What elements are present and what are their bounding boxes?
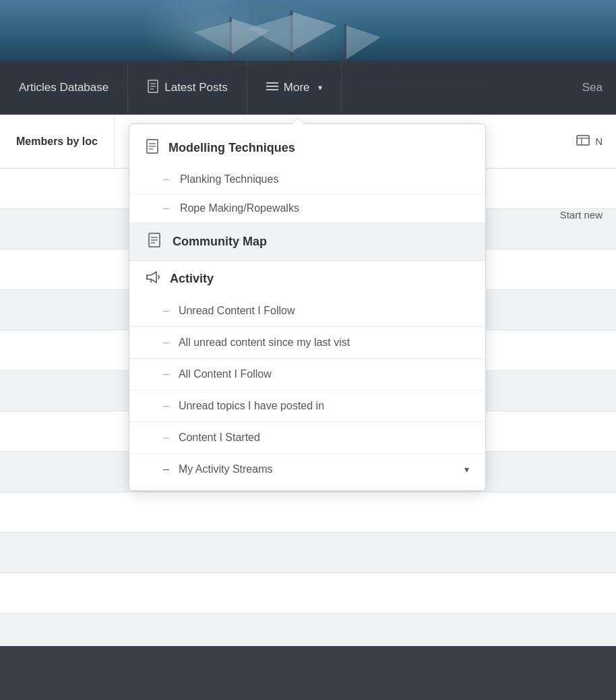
more-dropdown-menu: Modelling Techniques – Planking Techniqu… (129, 123, 486, 491)
subnav-right-section: N (563, 135, 616, 148)
my-activity-chevron-down-icon: ▾ (464, 464, 469, 475)
news-icon (576, 135, 590, 148)
unread-dash: – (163, 305, 169, 317)
nav-articles-database[interactable]: Articles Database (0, 61, 128, 115)
svg-rect-11 (577, 136, 589, 145)
planking-dash: – (163, 173, 169, 185)
all-unread-dash: – (163, 337, 169, 349)
unread-topics-dash: – (163, 400, 169, 412)
unread-topics-label: Unread topics I have posted in (179, 400, 324, 412)
rope-making-dash: – (163, 202, 169, 214)
planking-techniques-item[interactable]: – Planking Techniques (129, 165, 485, 194)
content-started-dash: – (163, 432, 169, 444)
unread-topics-posted-item[interactable]: – Unread topics I have posted in (129, 390, 485, 422)
all-content-follow-label: All Content I Follow (179, 368, 272, 380)
latest-posts-icon (147, 80, 159, 96)
nav-more[interactable]: More ▾ (247, 61, 342, 115)
modelling-techniques-doc-icon (146, 139, 159, 157)
my-activity-dash: – (163, 463, 169, 475)
modelling-techniques-header[interactable]: Modelling Techniques (129, 129, 485, 165)
latest-posts-label: Latest Posts (164, 81, 228, 94)
community-map-doc-icon (146, 233, 163, 251)
menu-icon (266, 82, 278, 94)
all-unread-label: All unread content since my last vist (179, 337, 350, 349)
members-by-loc-label: Members by loc (16, 136, 98, 148)
rope-making-item[interactable]: – Rope Making/Ropewalks (129, 194, 485, 223)
modelling-techniques-label: Modelling Techniques (168, 141, 295, 155)
unread-content-follow-label: Unread Content I Follow (179, 305, 295, 317)
content-row-9 (0, 492, 616, 533)
community-map-label: Community Map (173, 235, 267, 249)
activity-megaphone-icon (146, 270, 160, 287)
start-new-label: Start new (560, 209, 603, 221)
bottom-bar (0, 646, 616, 700)
nav-latest-posts[interactable]: Latest Posts (128, 61, 247, 115)
activity-label: Activity (170, 272, 214, 286)
top-navbar: Articles Database Latest Posts More ▾ Se… (0, 61, 616, 115)
content-row-11 (0, 573, 616, 614)
subnav-n-label: N (595, 136, 603, 147)
articles-database-label: Articles Database (19, 81, 109, 94)
content-row-10 (0, 533, 616, 573)
my-activity-streams-label: My Activity Streams (179, 463, 273, 475)
my-activity-streams-item[interactable]: – My Activity Streams ▾ (129, 454, 485, 485)
search-label: Sea (582, 81, 603, 94)
activity-header[interactable]: Activity (129, 261, 485, 295)
subnav-members-by-loc[interactable]: Members by loc (0, 115, 115, 168)
start-new-area: Start new (560, 209, 603, 221)
unread-content-follow-item[interactable]: – Unread Content I Follow (129, 295, 485, 327)
content-i-started-item[interactable]: – Content I Started (129, 422, 485, 454)
my-activity-left: – My Activity Streams (163, 463, 272, 475)
more-label: More (284, 81, 310, 94)
content-i-started-label: Content I Started (179, 432, 260, 444)
all-content-dash: – (163, 368, 169, 380)
search-button[interactable]: Sea (569, 81, 616, 94)
more-chevron-icon: ▾ (318, 83, 322, 92)
community-map-item[interactable]: Community Map (129, 223, 485, 261)
all-content-follow-item[interactable]: – All Content I Follow (129, 359, 485, 390)
planking-techniques-label: Planking Techniques (180, 173, 278, 185)
rope-making-label: Rope Making/Ropewalks (180, 202, 299, 214)
all-unread-since-last-item[interactable]: – All unread content since my last vist (129, 327, 485, 359)
